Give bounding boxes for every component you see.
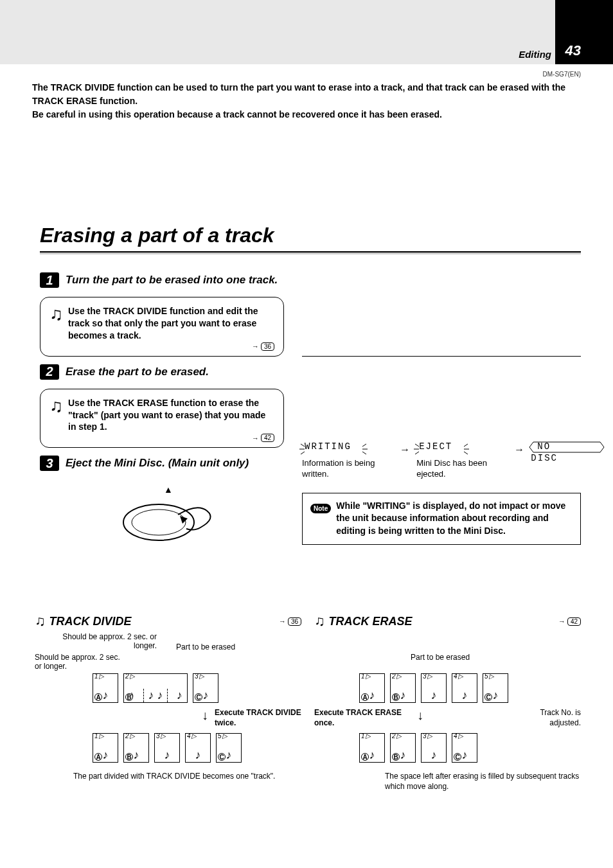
arrow-down-icon: ↓ — [411, 708, 423, 723]
step-body-text: Use the TRACK ERASE function to erase th… — [68, 397, 274, 434]
diagrams-row: ♫ TRACK DIVIDE →36 Should be approx. 2 s… — [35, 614, 581, 792]
track-box: 2▷♪♪ ♪♪B — [123, 673, 188, 703]
page-reference: →36 — [279, 617, 301, 626]
track-box: 3▷♪ — [421, 673, 447, 703]
step-number-badge: 2 — [40, 364, 59, 380]
page-ref-number: 36 — [261, 342, 274, 351]
svg-line-8 — [362, 452, 366, 454]
step-title: Eject the Mini Disc. (Main unit only) — [66, 457, 249, 470]
display-caption: Mini Disc has been ejected. — [416, 458, 508, 480]
page-reference: →42 — [252, 434, 274, 442]
diagram-track-erase: ♫ TRACK ERASE →42 Part to be erased 1▷♪A… — [314, 614, 581, 792]
page-ref-number: 42 — [567, 617, 581, 626]
note-box: Note While "WRITING" is displayed, do no… — [302, 493, 581, 545]
section-label: Editing — [519, 49, 551, 60]
track-row-after: 1▷♪A 2▷♪B 3▷♪ 4▷♪ 5▷♪C — [35, 733, 301, 763]
display-writing: WRITING Information is being written. — [302, 440, 393, 480]
track-box: 3▷♪C — [193, 673, 218, 703]
track-box: 4▷♪C — [452, 733, 477, 763]
track-box: 5▷♪C — [216, 733, 242, 763]
track-box: 4▷♪ — [452, 673, 477, 703]
diagram-caption: The part divided with TRACK DIVIDE becom… — [35, 772, 301, 782]
track-row-before: 1▷♪A 2▷♪♪ ♪♪B 3▷♪C — [35, 673, 301, 703]
track-box: 2▷♪B — [390, 733, 416, 763]
step-title: Turn the part to be erased into one trac… — [66, 274, 278, 287]
music-note-icon: ♫ — [314, 614, 325, 628]
step-title: Erase the part to be erased. — [66, 366, 209, 378]
page-reference: →42 — [558, 617, 581, 626]
display-eject: EJECT Mini Disc has been ejected. — [416, 440, 508, 480]
step-header-1: 1 Turn the part to be erased into one tr… — [40, 272, 297, 288]
note-badge: Note — [310, 504, 331, 513]
track-box: 3▷♪ — [421, 733, 447, 763]
page-ref-number: 36 — [288, 617, 301, 626]
page-ref-number: 42 — [261, 434, 274, 442]
action-label: Execute TRACK ERASE once. — [314, 708, 404, 728]
step-number-badge: 1 — [40, 272, 59, 288]
note-text: While "WRITING" is displayed, do not imp… — [336, 500, 573, 538]
diagram-title: TRACK ERASE — [329, 615, 413, 628]
track-row-before: 1▷♪A 2▷♪B 3▷♪ 4▷♪ 5▷♪C — [314, 673, 581, 703]
label-approx-top: Should be approx. 2 sec. or longer. — [54, 632, 157, 650]
label-part-erase: Part to be erased — [411, 653, 470, 662]
display-sequence: WRITING Information is being written. → … — [302, 440, 581, 480]
lcd-text: WRITING — [302, 440, 354, 453]
track-box: 2▷♪B — [123, 733, 149, 763]
page-reference: →36 — [252, 342, 274, 351]
label-approx-left: Should be approx. 2 sec. or longer. — [35, 653, 128, 671]
music-note-icon: ♫ — [35, 614, 46, 628]
track-row-after: 1▷♪A 2▷♪B 3▷♪ 4▷♪C — [314, 733, 581, 763]
display-nodisc: NO DISC — [531, 440, 581, 463]
step-header-2: 2 Erase the part to be erased. — [40, 364, 297, 380]
intro-paragraph: The TRACK DIVIDE function can be used to… — [32, 81, 581, 121]
track-box: 2▷♪B — [390, 673, 416, 703]
track-box: 5▷♪C — [483, 673, 508, 703]
diagram-caption: The space left after erasing is filled b… — [314, 772, 581, 792]
track-box: 1▷♪A — [359, 733, 385, 763]
model-code: DM-SG7(EN) — [543, 71, 581, 78]
step-body-box-1: ♫ Use the TRACK DIVIDE function and edit… — [40, 297, 284, 357]
step-body-box-2: ♫ Use the TRACK ERASE function to erase … — [40, 389, 284, 448]
svg-text:▲: ▲ — [164, 484, 173, 495]
page-title: Erasing a part of a track — [40, 224, 581, 252]
top-black-tab — [555, 0, 613, 64]
track-box: 4▷♪ — [185, 733, 211, 763]
track-box: 3▷♪ — [154, 733, 180, 763]
music-note-icon: ♫ — [49, 305, 63, 342]
top-gray-bar — [0, 0, 555, 64]
page-number: 43 — [565, 42, 581, 59]
arrow-down-icon: ↓ — [202, 708, 208, 723]
lcd-text: EJECT — [416, 440, 455, 453]
label-part-erase: Part to be erased — [176, 642, 235, 651]
diagram-track-divide: ♫ TRACK DIVIDE →36 Should be approx. 2 s… — [35, 614, 301, 792]
music-note-icon: ♫ — [49, 397, 63, 434]
steps-column: 1 Turn the part to be erased into one tr… — [40, 265, 297, 548]
track-box: 1▷♪A — [93, 733, 118, 763]
display-caption: Information is being written. — [302, 458, 393, 480]
track-box: 1▷♪A — [359, 673, 385, 703]
svg-line-7 — [362, 444, 366, 447]
svg-line-14 — [464, 452, 468, 454]
right-column: WRITING Information is being written. → … — [302, 356, 581, 545]
eject-illustration: ▲ — [104, 484, 233, 548]
label-track-adjust: Track No. is adjusted. — [523, 708, 581, 728]
diagram-title: TRACK DIVIDE — [49, 615, 132, 628]
arrow-right-icon: → — [514, 440, 524, 456]
step-body-text: Use the TRACK DIVIDE function and edit t… — [68, 305, 274, 342]
step-header-3: 3 Eject the Mini Disc. (Main unit only) — [40, 456, 297, 471]
step-number-badge: 3 — [40, 456, 59, 471]
svg-line-13 — [464, 444, 468, 447]
arrow-right-icon: → — [400, 440, 410, 456]
svg-point-2 — [132, 509, 186, 535]
action-label: Execute TRACK DIVIDE twice. — [215, 708, 301, 728]
track-box: 1▷♪A — [93, 673, 118, 703]
